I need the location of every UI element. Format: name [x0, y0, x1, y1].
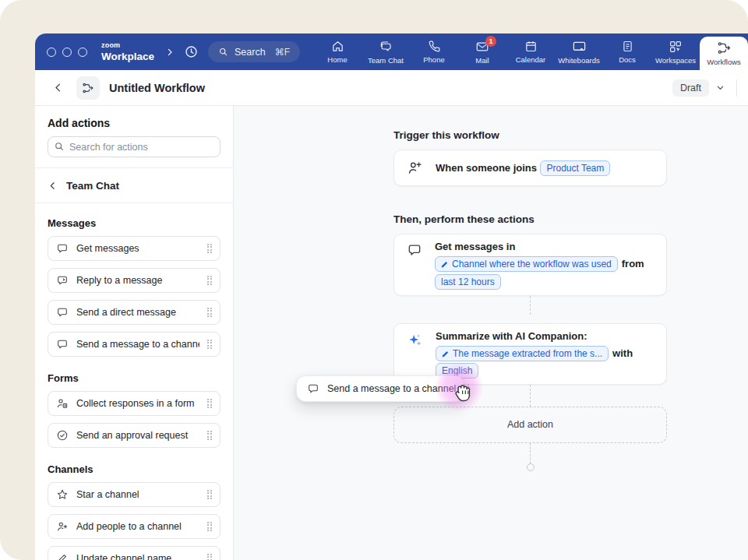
connector-word: with — [612, 347, 633, 359]
trigger-channel-pill[interactable]: Product Team — [540, 160, 610, 176]
section-messages: Messages — [48, 217, 221, 229]
nav-workspaces[interactable]: Workspaces — [651, 33, 700, 70]
workspaces-icon — [669, 40, 683, 54]
search-icon — [54, 141, 65, 152]
actions-search-input[interactable] — [48, 136, 221, 157]
action-item-collect-responses[interactable]: Collect responses in a form — [48, 391, 221, 416]
action-item-star-channel[interactable]: Star a channel — [48, 482, 221, 507]
chat-bubble-icon — [56, 338, 69, 350]
section-forms: Forms — [48, 372, 221, 384]
add-action-label: Add action — [507, 419, 553, 430]
header-divider — [736, 79, 737, 97]
reply-bubble-icon — [56, 274, 69, 287]
chat-bubble-icon — [56, 242, 69, 255]
action-item-reply-to-message[interactable]: Reply to a message — [48, 268, 221, 293]
action-item-update-channel-name[interactable]: Update channel name — [48, 546, 221, 560]
nav-phone[interactable]: Phone — [410, 33, 458, 70]
action-item-send-message-to-channel[interactable]: Send a message to a channel — [48, 332, 221, 357]
action-item-get-messages[interactable]: Get messages — [48, 236, 221, 261]
logo-workplace-text: Workplace — [101, 51, 154, 62]
search-placeholder: Search — [235, 47, 269, 58]
screenshot-stage: zoom Workplace Search ⌘F Home — [0, 0, 748, 560]
pencil-icon — [442, 350, 450, 357]
drag-handle-icon[interactable] — [207, 554, 212, 560]
section-channels: Channels — [48, 463, 221, 475]
top-bar: zoom Workplace Search ⌘F Home — [35, 33, 748, 70]
flow-end-node — [527, 463, 535, 471]
nav-team-chat[interactable]: Team Chat — [362, 33, 410, 70]
chevron-right-icon[interactable] — [165, 48, 175, 57]
drag-handle-icon[interactable] — [207, 522, 212, 532]
category-back-row[interactable]: Team Chat — [48, 168, 221, 203]
action-item-send-direct-message[interactable]: Send a direct message — [48, 300, 221, 325]
channel-variable-pill[interactable]: Channel where the workflow was used — [435, 256, 618, 272]
pencil-icon — [56, 552, 69, 560]
add-action-dropzone[interactable]: Add action — [393, 407, 667, 443]
nav-docs[interactable]: Docs — [603, 33, 651, 70]
status-badge: Draft — [672, 79, 709, 97]
phone-icon — [428, 40, 441, 53]
whiteboards-icon — [572, 39, 587, 54]
trigger-text: When someone joins — [436, 162, 537, 174]
ai-sparkle-icon — [407, 332, 423, 379]
window-control-close[interactable] — [47, 48, 56, 57]
category-label: Team Chat — [66, 180, 119, 192]
window-control-minimize[interactable] — [62, 48, 72, 57]
divider — [35, 203, 233, 203]
action-item-send-approval-request[interactable]: Send an approval request — [48, 423, 221, 448]
search-icon — [218, 47, 228, 57]
drag-handle-icon[interactable] — [207, 340, 212, 350]
drag-handle-icon[interactable] — [207, 431, 212, 441]
dragged-action-card[interactable]: Send a message to a channel — [296, 375, 464, 402]
person-plus-icon — [407, 160, 423, 176]
drag-handle-icon[interactable] — [207, 399, 212, 409]
workflow-header: Untitled Workflow Draft — [35, 70, 748, 106]
drag-handle-icon[interactable] — [464, 384, 468, 394]
message-variable-pill[interactable]: The message extracted from the s... — [436, 346, 609, 361]
star-icon — [56, 488, 69, 501]
nav-home[interactable]: Home — [313, 33, 362, 70]
back-button[interactable] — [52, 82, 64, 93]
drag-handle-icon[interactable] — [207, 276, 212, 286]
trigger-card[interactable]: When someone joins Product Team — [393, 150, 667, 186]
nav-whiteboards[interactable]: Whiteboards — [555, 33, 603, 70]
action-card-get-messages[interactable]: Get messages in Channel where the workfl… — [393, 234, 667, 296]
pencil-icon — [441, 260, 449, 268]
zoom-workplace-logo: zoom Workplace — [101, 42, 154, 62]
flow-connector — [530, 385, 531, 407]
workflows-icon — [717, 41, 732, 55]
time-range-pill[interactable]: last 12 hours — [435, 274, 501, 290]
add-actions-panel: Add actions Team Chat Messages — [35, 106, 234, 560]
global-search-input[interactable]: Search ⌘F — [208, 41, 300, 62]
chevron-left-icon — [48, 181, 58, 191]
connector-word: from — [622, 258, 644, 269]
nav-calendar[interactable]: Calendar — [506, 33, 555, 70]
history-icon[interactable] — [184, 44, 199, 59]
chat-bubble-icon — [56, 306, 69, 319]
nav-workflows[interactable]: Workflows — [700, 37, 748, 70]
home-icon — [331, 40, 344, 53]
drag-handle-icon[interactable] — [207, 490, 212, 500]
person-form-icon — [56, 397, 69, 410]
drag-handle-icon[interactable] — [207, 244, 212, 254]
logo-zoom-text: zoom — [101, 42, 154, 49]
app-window: zoom Workplace Search ⌘F Home — [35, 33, 748, 560]
action-title: Summarize with AI Companion: — [436, 329, 654, 343]
mail-badge: 1 — [485, 36, 496, 47]
chat-bubble-icon — [307, 382, 319, 395]
flow-connector — [530, 296, 531, 315]
window-controls[interactable] — [47, 48, 87, 57]
panel-title: Add actions — [48, 117, 221, 129]
flow-connector — [530, 443, 531, 463]
nav-mail[interactable]: 1 Mail — [458, 33, 506, 70]
primary-nav: Home Team Chat Phone 1 Mail Calend — [313, 33, 748, 70]
action-item-add-people-to-channel[interactable]: Add people to a channel — [48, 514, 221, 539]
chat-bubble-icon — [407, 242, 422, 290]
action-title: Get messages in — [435, 240, 647, 254]
trigger-heading: Trigger this workflow — [393, 129, 667, 141]
actions-heading: Then, perform these actions — [393, 213, 667, 225]
calendar-icon — [524, 40, 538, 53]
window-control-zoom[interactable] — [78, 48, 87, 57]
drag-handle-icon[interactable] — [207, 308, 212, 318]
chevron-down-icon[interactable] — [715, 83, 725, 93]
